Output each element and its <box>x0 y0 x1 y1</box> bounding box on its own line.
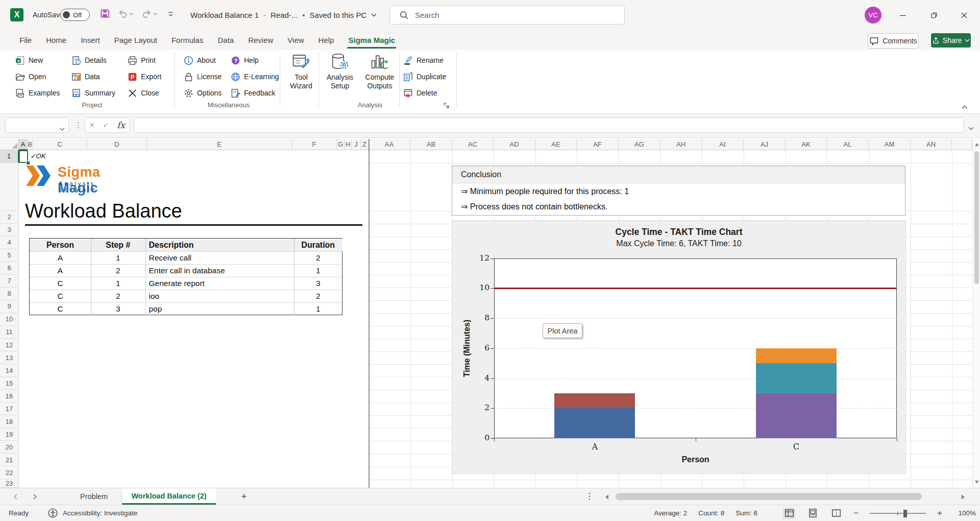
vertical-scrollbar[interactable] <box>972 139 980 488</box>
excel-app-icon[interactable]: X <box>10 8 23 21</box>
row-header-blank[interactable] <box>0 163 19 211</box>
bar-segment-c-generate-report[interactable] <box>756 393 837 438</box>
row-header-23[interactable]: 23 <box>0 480 19 488</box>
autosave-toggle[interactable]: Off <box>60 9 90 21</box>
ribbon-button-data[interactable]: Data <box>71 69 100 84</box>
menu-tab-file[interactable]: File <box>12 30 39 50</box>
menu-tab-home[interactable]: Home <box>39 30 74 50</box>
close-window-button[interactable] <box>950 0 978 30</box>
menu-tab-view[interactable]: View <box>280 30 311 50</box>
scroll-up-icon[interactable] <box>975 143 979 146</box>
row-header-1[interactable]: 1 <box>0 150 19 163</box>
table-cell[interactable]: 1 <box>294 302 342 315</box>
ribbon-button-rename[interactable]: Rename <box>403 53 444 67</box>
formula-bar-splitter[interactable]: ⋮ <box>75 121 82 130</box>
horizontal-scroll-thumb[interactable] <box>616 493 922 500</box>
row-header-17[interactable]: 17 <box>0 402 19 415</box>
prev-sheet-icon[interactable] <box>9 490 21 503</box>
sheet-tab-workload-balance-2[interactable]: Workload Balance (2) <box>122 488 216 505</box>
zoom-in-button[interactable]: + <box>937 508 942 518</box>
column-header-C[interactable]: C <box>33 139 87 150</box>
table-cell[interactable]: 3 <box>91 302 145 315</box>
column-header-A[interactable]: A <box>19 139 28 150</box>
column-header-AA[interactable]: AA <box>369 139 410 150</box>
ribbon-button-e-learning[interactable]: E-Learning <box>231 69 279 84</box>
ribbon-button-open[interactable]: Open <box>15 69 46 84</box>
table-cell[interactable]: 1 <box>294 264 342 277</box>
row-header-16[interactable]: 16 <box>0 390 19 402</box>
ribbon-button-duplicate[interactable]: Duplicate <box>403 69 446 84</box>
table-cell[interactable]: C <box>30 290 91 302</box>
column-header-F[interactable]: F <box>292 139 337 150</box>
table-cell[interactable]: 1 <box>91 251 145 264</box>
row-header-13[interactable]: 13 <box>0 351 19 364</box>
ribbon-button-options[interactable]: Options <box>184 86 222 100</box>
column-header-AK[interactable]: AK <box>786 139 827 150</box>
row-header-19[interactable]: 19 <box>0 428 19 441</box>
row-header-14[interactable]: 14 <box>0 364 19 377</box>
column-header-G[interactable]: G <box>337 139 345 150</box>
table-cell[interactable]: C <box>30 277 91 290</box>
accessibility-status[interactable]: Accessibility: Investigate <box>63 509 137 517</box>
collapse-ribbon-icon[interactable] <box>962 102 969 108</box>
table-cell[interactable]: C <box>30 302 91 315</box>
bar-segment-c-ioo[interactable] <box>756 363 837 393</box>
table-cell[interactable]: Enter call in database <box>145 264 295 277</box>
row-header-21[interactable]: 21 <box>0 454 19 466</box>
minimize-button[interactable] <box>889 0 917 30</box>
ribbon-button-help[interactable]: Help <box>231 53 259 67</box>
expand-formula-bar-icon[interactable] <box>968 123 974 132</box>
select-all-corner[interactable] <box>0 139 19 150</box>
ribbon-button-new[interactable]: New <box>15 53 43 67</box>
column-header-AJ[interactable]: AJ <box>744 139 786 150</box>
menu-tab-insert[interactable]: Insert <box>74 30 107 50</box>
ribbon-button-delete[interactable]: Delete <box>403 86 437 100</box>
menu-tab-data[interactable]: Data <box>210 30 241 50</box>
table-cell[interactable]: 2 <box>91 290 145 302</box>
column-header-AI[interactable]: AI <box>702 139 744 150</box>
table-cell[interactable]: 2 <box>91 264 145 277</box>
ribbon-button-summary[interactable]: Summary <box>71 86 115 100</box>
zoom-slider-thumb[interactable] <box>903 510 907 517</box>
document-title[interactable]: Workload Balance 1 - Read-... • Saved to… <box>190 0 377 30</box>
normal-view-button[interactable] <box>783 508 795 519</box>
cancel-icon[interactable]: × <box>89 120 94 130</box>
table-cell[interactable]: pop <box>145 302 295 315</box>
column-header-AF[interactable]: AF <box>577 139 619 150</box>
menu-tab-review[interactable]: Review <box>241 30 280 50</box>
search-box[interactable] <box>389 5 625 25</box>
bar-segment-c-pop[interactable] <box>756 348 837 363</box>
row-header-4[interactable]: 4 <box>0 236 19 249</box>
ribbon-button-compute-outputs[interactable]: ComputeOutputs <box>360 52 399 90</box>
insert-function-button[interactable]: fx <box>117 120 125 130</box>
row-header-8[interactable]: 8 <box>0 288 19 300</box>
ribbon-button-print[interactable]: Print <box>128 53 156 67</box>
row-header-9[interactable]: 9 <box>0 300 19 313</box>
menu-tab-page-layout[interactable]: Page Layout <box>107 30 164 50</box>
row-header-18[interactable]: 18 <box>0 415 19 428</box>
dialog-launcher-icon[interactable] <box>443 102 450 109</box>
table-cell[interactable]: 2 <box>294 290 342 302</box>
zoom-slider[interactable] <box>870 509 926 517</box>
cycle-time-takt-chart[interactable]: Cycle Time - TAKT Time Chart Max Cycle T… <box>452 220 906 474</box>
formula-input[interactable] <box>134 117 964 133</box>
fill-handle[interactable] <box>26 161 30 165</box>
column-header-AE[interactable]: AE <box>535 139 577 150</box>
ribbon-button-export[interactable]: Export <box>128 69 161 84</box>
row-header-5[interactable]: 5 <box>0 249 19 262</box>
menu-tab-sigma-magic[interactable]: Sigma Magic <box>341 30 402 50</box>
scroll-down-icon[interactable] <box>975 481 979 484</box>
tab-overflow-icon[interactable]: ⋮ <box>585 491 594 502</box>
avatar[interactable]: VC <box>865 7 881 23</box>
page-layout-view-button[interactable] <box>806 508 819 519</box>
hscroll-right-icon[interactable] <box>962 494 965 500</box>
row-header-15[interactable]: 15 <box>0 377 19 390</box>
table-cell[interactable]: A <box>30 264 91 277</box>
table-cell[interactable]: Receive call <box>145 251 295 264</box>
ribbon-button-license[interactable]: License <box>184 69 222 84</box>
row-header-20[interactable]: 20 <box>0 441 19 454</box>
add-sheet-button[interactable]: + <box>235 488 253 505</box>
ribbon-button-close[interactable]: Close <box>128 86 159 100</box>
name-box[interactable] <box>5 117 69 133</box>
enter-icon[interactable]: ✓ <box>103 121 109 129</box>
